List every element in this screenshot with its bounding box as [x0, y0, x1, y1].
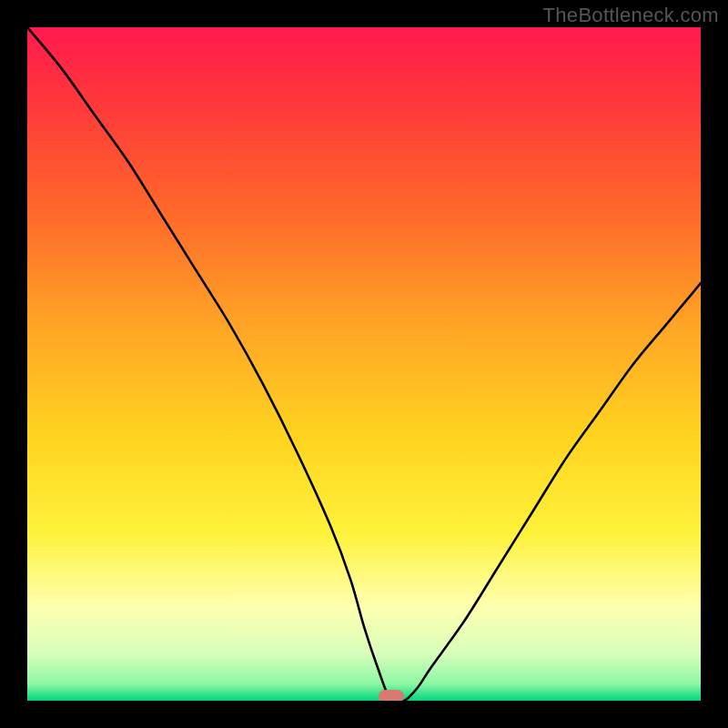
optimal-point-marker — [379, 690, 404, 701]
chart-frame: TheBottleneck.com — [0, 0, 728, 728]
plot-area — [27, 27, 701, 701]
bottleneck-curve — [27, 27, 701, 701]
watermark-label: TheBottleneck.com — [543, 4, 719, 27]
